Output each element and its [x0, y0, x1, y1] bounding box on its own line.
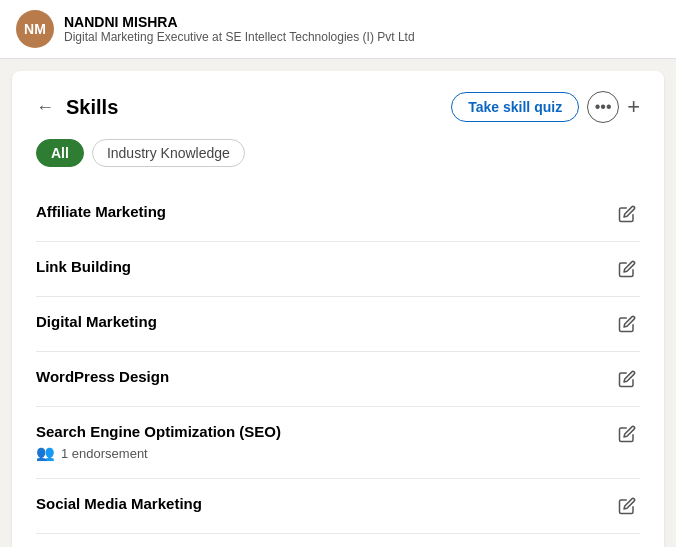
- edit-skill-button[interactable]: [614, 203, 640, 225]
- people-icon: 👥: [36, 444, 55, 462]
- skill-item: Social Media Marketing: [36, 479, 640, 534]
- add-icon: +: [627, 94, 640, 120]
- filter-chips: All Industry Knowledge: [36, 139, 640, 167]
- add-skill-button[interactable]: +: [627, 94, 640, 120]
- skill-item: Affiliate Marketing: [36, 187, 640, 242]
- skill-item: Social Media Optimization (SMO) 👥 1 endo…: [36, 534, 640, 547]
- edit-icon: [618, 497, 636, 515]
- filter-chip-all[interactable]: All: [36, 139, 84, 167]
- skill-name: Digital Marketing: [36, 313, 157, 330]
- endorsement-count: 1 endorsement: [61, 446, 148, 461]
- skill-content: WordPress Design: [36, 368, 169, 385]
- skills-header: ← Skills Take skill quiz ••• +: [36, 91, 640, 123]
- profile-header: NM NANDNI MISHRA Digital Marketing Execu…: [0, 0, 676, 59]
- skill-item: Search Engine Optimization (SEO) 👥 1 end…: [36, 407, 640, 479]
- edit-skill-button[interactable]: [614, 423, 640, 445]
- profile-info: NANDNI MISHRA Digital Marketing Executiv…: [64, 14, 415, 44]
- edit-skill-button[interactable]: [614, 495, 640, 517]
- skill-item: Link Building: [36, 242, 640, 297]
- skill-content: Digital Marketing: [36, 313, 157, 330]
- edit-icon: [618, 425, 636, 443]
- skill-content: Social Media Marketing: [36, 495, 202, 512]
- skill-content: Search Engine Optimization (SEO) 👥 1 end…: [36, 423, 281, 462]
- skills-card: ← Skills Take skill quiz ••• + All Indus…: [12, 71, 664, 547]
- skill-content: Affiliate Marketing: [36, 203, 166, 220]
- profile-title: Digital Marketing Executive at SE Intell…: [64, 30, 415, 44]
- edit-icon: [618, 260, 636, 278]
- edit-skill-button[interactable]: [614, 313, 640, 335]
- skill-item: WordPress Design: [36, 352, 640, 407]
- edit-skill-button[interactable]: [614, 368, 640, 390]
- avatar: NM: [16, 10, 54, 48]
- endorsement: 👥 1 endorsement: [36, 444, 281, 462]
- skill-name: Social Media Marketing: [36, 495, 202, 512]
- edit-icon: [618, 315, 636, 333]
- more-icon: •••: [595, 98, 612, 116]
- edit-icon: [618, 205, 636, 223]
- skill-list: Affiliate Marketing Link Building Digita…: [36, 187, 640, 547]
- edit-skill-button[interactable]: [614, 258, 640, 280]
- skill-item: Digital Marketing: [36, 297, 640, 352]
- take-skill-quiz-button[interactable]: Take skill quiz: [451, 92, 579, 122]
- skill-name: WordPress Design: [36, 368, 169, 385]
- edit-icon: [618, 370, 636, 388]
- back-button[interactable]: ←: [36, 97, 54, 118]
- header-left: ← Skills: [36, 96, 118, 119]
- skill-name: Search Engine Optimization (SEO): [36, 423, 281, 440]
- skill-name: Link Building: [36, 258, 131, 275]
- header-right: Take skill quiz ••• +: [451, 91, 640, 123]
- page-title: Skills: [66, 96, 118, 119]
- more-options-button[interactable]: •••: [587, 91, 619, 123]
- profile-name: NANDNI MISHRA: [64, 14, 415, 30]
- skill-content: Link Building: [36, 258, 131, 275]
- skill-name: Affiliate Marketing: [36, 203, 166, 220]
- filter-chip-industry-knowledge[interactable]: Industry Knowledge: [92, 139, 245, 167]
